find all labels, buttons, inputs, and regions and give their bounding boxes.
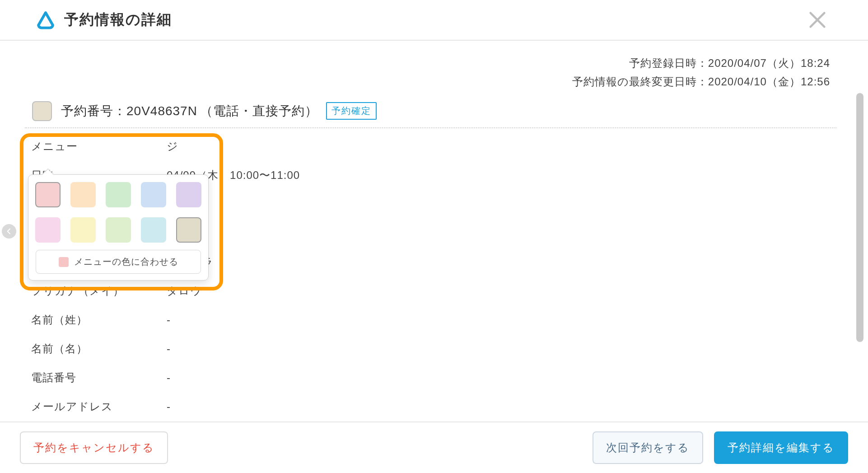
brand-triangle-icon	[36, 10, 55, 29]
detail-row: 電話番号-	[31, 370, 836, 385]
detail-row: フリガナ（メイ）タロウ	[31, 284, 836, 298]
mini-swatch-icon	[59, 257, 69, 267]
reservation-header-row: 予約番号：20V48637N （電話・直接予約） 予約確定	[25, 98, 836, 128]
detail-row: 名前（名）-	[31, 342, 836, 356]
match-menu-color-label: メニューの色に合わせる	[74, 256, 178, 268]
detail-label: 名前（名）	[31, 342, 167, 356]
modal-header: 予約情報の詳細	[0, 0, 868, 41]
detail-value: -	[167, 342, 171, 355]
color-option[interactable]	[141, 182, 166, 207]
color-option[interactable]	[70, 217, 96, 243]
detail-label: メールアドレス	[31, 399, 167, 414]
color-option[interactable]	[35, 182, 61, 207]
detail-value: タロウ	[167, 284, 202, 298]
detail-label: メニュー	[31, 139, 167, 154]
color-option[interactable]	[70, 182, 96, 207]
match-menu-color-button[interactable]: メニューの色に合わせる	[36, 250, 201, 274]
edit-reservation-button[interactable]: 予約詳細を編集する	[714, 431, 848, 464]
color-option[interactable]	[35, 217, 61, 243]
status-badge: 予約確定	[326, 102, 377, 120]
color-swatch-trigger[interactable]	[32, 101, 52, 121]
back-circle-button[interactable]	[2, 224, 16, 239]
modal-footer: 予約をキャンセルする 次回予約をする 予約詳細を編集する	[0, 421, 868, 473]
modal-title: 予約情報の詳細	[64, 10, 172, 30]
detail-value: -	[167, 371, 171, 384]
color-option[interactable]	[176, 182, 201, 207]
detail-value: -	[167, 400, 171, 413]
detail-row: メニュージ	[31, 139, 836, 154]
color-option[interactable]	[106, 182, 131, 207]
color-grid	[36, 182, 201, 243]
cancel-reservation-button[interactable]: 予約をキャンセルする	[20, 431, 168, 464]
updated-label: 予約情報の最終変更日時：	[572, 75, 708, 88]
detail-row: メールアドレス-	[31, 399, 836, 414]
scrollbar-thumb[interactable]	[856, 93, 863, 342]
color-option[interactable]	[141, 217, 166, 243]
reservation-number: 予約番号：20V48637N	[61, 103, 197, 120]
reservation-detail-modal: 予約情報の詳細 予約登録日時：2020/04/07（火）18:24 予約情報の最…	[0, 0, 868, 473]
modal-body: 予約登録日時：2020/04/07（火）18:24 予約情報の最終変更日時：20…	[0, 41, 868, 421]
next-reservation-button[interactable]: 次回予約をする	[593, 431, 703, 464]
detail-label: 電話番号	[31, 370, 167, 385]
detail-label: フリガナ（メイ）	[31, 284, 167, 298]
reservation-type: （電話・直接予約）	[200, 103, 318, 120]
registered-label: 予約登録日時：	[629, 57, 708, 69]
detail-value: -	[167, 314, 171, 326]
color-option[interactable]	[106, 217, 131, 243]
color-picker-popover: メニューの色に合わせる	[28, 174, 209, 281]
updated-value: 2020/04/10（金）12:56	[708, 75, 830, 88]
detail-value: ジ	[167, 139, 178, 154]
detail-row: 名前（姓）-	[31, 313, 836, 327]
detail-label: 名前（姓）	[31, 313, 167, 327]
color-option[interactable]	[176, 217, 201, 243]
meta-dates: 予約登録日時：2020/04/07（火）18:24 予約情報の最終変更日時：20…	[25, 54, 836, 91]
close-icon[interactable]	[807, 10, 827, 30]
registered-value: 2020/04/07（火）18:24	[708, 57, 830, 69]
scrollbar[interactable]	[856, 93, 863, 412]
